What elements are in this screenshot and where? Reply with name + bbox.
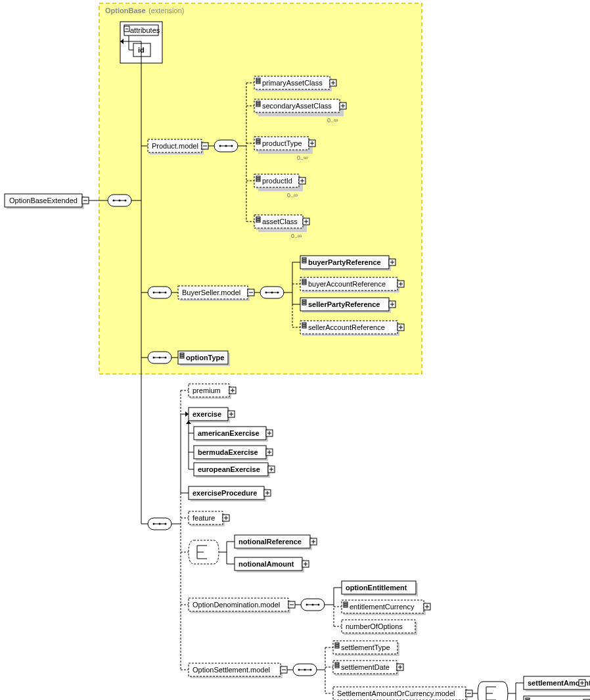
svg-text:feature: feature — [193, 514, 215, 522]
seq-product — [214, 140, 238, 152]
svg-text:SettlementAmountOrCurrency.mod: SettlementAmountOrCurrency.model — [337, 689, 455, 697]
svg-rect-143 — [302, 302, 306, 303]
buyerPartyReference: buyerPartyReference — [300, 256, 396, 271]
svg-rect-90 — [256, 217, 260, 218]
svg-text:productId: productId — [262, 177, 292, 185]
svg-text:europeanExercise: europeanExercise — [198, 465, 260, 473]
seq-settle — [293, 664, 317, 676]
svg-marker-190 — [185, 411, 189, 417]
seq-bs1 — [148, 287, 171, 298]
root-element: OptionBaseExtended — [5, 194, 89, 209]
optionType: optionType — [178, 351, 230, 366]
option-settlement-model: OptionSettlement.model — [189, 663, 287, 678]
seq-main — [108, 195, 131, 206]
svg-rect-303 — [335, 647, 339, 648]
svg-text:Product.model: Product.model — [152, 142, 198, 150]
svg-rect-154 — [302, 327, 306, 328]
svg-text:attributes: attributes — [130, 26, 160, 34]
numberOfOptions: numberOfOptions — [342, 620, 417, 635]
sac-model: SettlementAmountOrCurrency.model — [333, 687, 472, 700]
choice-notional — [189, 540, 219, 564]
svg-rect-132 — [302, 279, 306, 281]
svg-rect-56 — [256, 105, 260, 106]
svg-rect-134 — [302, 283, 306, 285]
svg-rect-78 — [256, 176, 260, 177]
svg-text:bermudaExercise: bermudaExercise — [198, 448, 258, 456]
product-model: Product.model — [148, 139, 208, 154]
svg-text:notionalAmount: notionalAmount — [238, 560, 294, 568]
feature: feature — [189, 511, 229, 526]
seq-lower — [148, 518, 171, 530]
svg-rect-67 — [256, 141, 260, 142]
settlementDate: settlementDate — [333, 661, 403, 676]
svg-text:OptionSettlement.model: OptionSettlement.model — [193, 666, 270, 674]
svg-text:americanExercise: americanExercise — [198, 429, 260, 437]
svg-rect-122 — [302, 258, 306, 259]
premium: premium — [189, 384, 236, 399]
svg-rect-44 — [256, 80, 260, 82]
svg-text:0..∞: 0..∞ — [287, 192, 298, 198]
seq-bs2 — [260, 287, 284, 298]
seq-ot — [148, 352, 171, 363]
svg-marker-198 — [186, 421, 191, 424]
svg-rect-170 — [180, 357, 184, 358]
svg-text:exerciseProcedure: exerciseProcedure — [193, 489, 257, 497]
svg-text:0..∞: 0..∞ — [327, 117, 338, 124]
seq-denom — [301, 599, 325, 611]
svg-text:optionType: optionType — [186, 354, 224, 362]
svg-text:0..∞: 0..∞ — [297, 154, 307, 161]
svg-rect-43 — [256, 78, 260, 80]
svg-text:exercise: exercise — [193, 410, 221, 418]
svg-rect-45 — [256, 82, 260, 83]
svg-rect-302 — [335, 645, 339, 646]
svg-text:primaryAssetClass: primaryAssetClass — [262, 79, 323, 87]
svg-rect-310 — [335, 666, 339, 668]
svg-rect-152 — [302, 323, 306, 324]
svg-text:settlementType: settlementType — [341, 643, 390, 651]
svg-text:premium: premium — [193, 386, 221, 394]
sellerPartyReference: sellerPartyReference — [300, 298, 396, 313]
svg-rect-169 — [180, 355, 184, 356]
svg-text:OptionBaseExtended: OptionBaseExtended — [9, 197, 78, 204]
svg-rect-133 — [302, 281, 306, 283]
exerciseProcedure: exerciseProcedure — [189, 486, 271, 502]
bermudaExercise: bermudaExercise — [194, 446, 273, 461]
primaryAssetClass: primaryAssetClass — [254, 76, 336, 91]
svg-text:BuyerSeller.model: BuyerSeller.model — [182, 289, 240, 296]
svg-rect-301 — [335, 643, 339, 644]
svg-rect-308 — [335, 663, 339, 664]
notionalAmount: notionalAmount — [235, 557, 309, 572]
svg-text:productType: productType — [262, 139, 302, 147]
svg-text:numberOfOptions: numberOfOptions — [346, 622, 403, 630]
svg-text:buyerPartyReference: buyerPartyReference — [308, 258, 381, 266]
svg-rect-168 — [180, 353, 184, 354]
svg-rect-144 — [302, 304, 306, 305]
optionEntitlement: optionEntitlement — [342, 581, 418, 596]
svg-rect-123 — [302, 260, 306, 261]
option-denomination-model: OptionDenomination.model — [189, 598, 295, 613]
svg-rect-334 — [526, 698, 530, 699]
europeanExercise: europeanExercise — [194, 463, 275, 478]
svg-rect-92 — [256, 221, 260, 222]
svg-rect-153 — [302, 325, 306, 326]
settlementAmount: settlementAmount — [524, 676, 590, 691]
settlementCurrency: settlementCurrency — [524, 696, 590, 700]
svg-rect-142 — [302, 300, 306, 301]
svg-text:notionalReference: notionalReference — [238, 538, 302, 546]
extension-note: (extension) — [148, 7, 184, 14]
notionalReference: notionalReference — [235, 535, 317, 550]
svg-rect-275 — [344, 606, 348, 607]
svg-text:0..∞: 0..∞ — [291, 233, 302, 239]
svg-rect-66 — [256, 139, 260, 140]
buyerseller-model: BuyerSeller.model — [178, 286, 254, 301]
svg-rect-79 — [256, 178, 260, 179]
svg-text:entitlementCurrency: entitlementCurrency — [350, 603, 415, 611]
svg-rect-91 — [256, 219, 260, 220]
choice-sac — [478, 682, 508, 700]
svg-text:OptionDenomination.model: OptionDenomination.model — [193, 601, 280, 609]
svg-rect-273 — [344, 602, 348, 603]
svg-text:buyerAccountReference: buyerAccountReference — [308, 280, 386, 288]
svg-rect-274 — [344, 604, 348, 605]
svg-rect-124 — [302, 262, 306, 263]
settlementType: settlementType — [333, 641, 399, 656]
